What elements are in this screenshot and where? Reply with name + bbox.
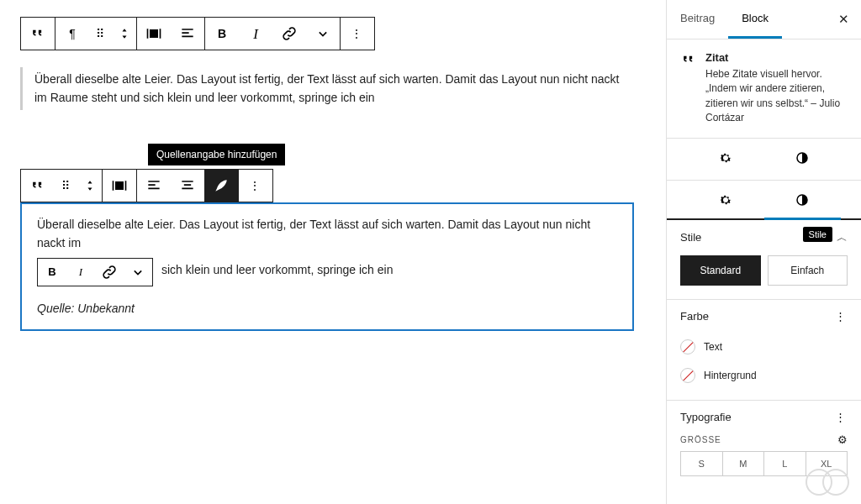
quote-text: Überall dieselbe alte Leier. Das Layout … [34, 72, 619, 104]
block-toolbar-2: ⠿ ⋮ [20, 169, 273, 202]
size-m[interactable]: M [723, 452, 765, 475]
typography-section-header[interactable]: Typografie ⋮ [667, 400, 861, 433]
sidebar-tabs: Beitrag Block ✕ [667, 0, 861, 39]
drag-handle[interactable]: ⠿ [89, 18, 113, 50]
color-section-header[interactable]: Farbe ⋮ [667, 299, 861, 333]
svg-rect-0 [150, 29, 158, 38]
size-l[interactable]: L [764, 452, 806, 475]
decorative-circles [806, 465, 853, 499]
quote-block-icon[interactable] [21, 18, 55, 50]
swatch-icon [680, 368, 695, 383]
style-standard[interactable]: Standard [680, 255, 761, 286]
pullquote-block[interactable]: Überall dieselbe alte Leier. Das Layout … [20, 202, 634, 331]
color-bg-label: Hintergrund [704, 370, 757, 381]
settings-style-toggle-2 [667, 181, 861, 220]
color-controls: Text Hintergrund [667, 333, 861, 400]
color-options-icon[interactable]: ⋮ [835, 310, 848, 323]
options-button[interactable]: ⋮ [341, 18, 374, 50]
more-formatting-button[interactable] [124, 259, 152, 286]
settings-gear-icon[interactable] [718, 150, 733, 168]
link-button[interactable] [95, 259, 124, 286]
block-type-description: Hebe Zitate visuell hervor. „Indem wir a… [705, 67, 848, 126]
pullquote-text-line2: sich klein und leer vorkommt, springe ic… [161, 261, 393, 280]
paragraph-menu-button[interactable]: ¶ [55, 18, 89, 50]
quote-block-1[interactable]: Überall dieselbe alte Leier. Das Layout … [20, 67, 626, 110]
tab-post[interactable]: Beitrag [667, 0, 728, 39]
color-label: Farbe [680, 310, 709, 323]
editor-canvas: ¶ ⠿ B I ⋮ Überall dieselbe alte Leier. D… [0, 0, 666, 504]
tab-block[interactable]: Block [728, 0, 782, 39]
size-settings-icon[interactable]: ⚙ [837, 433, 848, 446]
styles-contrast-icon[interactable] [795, 150, 810, 168]
styles-tooltip: Stile [803, 227, 832, 242]
move-arrows[interactable] [78, 170, 102, 202]
citation-tooltip: Quellenangabe hinzufügen [148, 144, 285, 165]
block-toolbar-1: ¶ ⠿ B I ⋮ [20, 17, 375, 50]
align-full-button[interactable] [103, 170, 136, 202]
settings-gear-icon[interactable] [687, 192, 764, 210]
pullquote-block-icon[interactable] [21, 170, 55, 202]
color-text[interactable]: Text [680, 333, 848, 361]
link-button[interactable] [272, 18, 306, 50]
style-variants: Standard Einfach [667, 255, 861, 299]
style-feather-button[interactable] [204, 170, 238, 202]
chevron-up-icon: ︿ [837, 231, 848, 244]
bold-button[interactable]: B [38, 259, 66, 286]
settings-sidebar: Beitrag Block ✕ Zitat Hebe Zitate visuel… [666, 0, 861, 504]
pullquote-block-wrap: Quellenangabe hinzufügen ⠿ ⋮ Überall die… [20, 169, 646, 331]
size-s[interactable]: S [681, 452, 723, 475]
block-description-panel: Zitat Hebe Zitate visuell hervor. „Indem… [667, 39, 861, 139]
align-left-button[interactable] [171, 18, 204, 50]
svg-rect-1 [115, 181, 124, 190]
styles-label: Stile [680, 231, 701, 244]
styles-section-header[interactable]: Stile Stile ︿ [667, 220, 861, 255]
drag-handle[interactable]: ⠿ [55, 170, 78, 202]
typography-label: Typografie [680, 411, 732, 423]
inline-format-toolbar: B I [37, 258, 153, 286]
quote-icon [680, 51, 697, 126]
swatch-icon [680, 339, 695, 354]
color-text-label: Text [704, 341, 722, 353]
italic-button[interactable]: I [66, 259, 95, 286]
align-center-button[interactable] [171, 170, 204, 202]
align-full-button[interactable] [137, 18, 171, 50]
pullquote-citation[interactable]: Quelle: Unbekannt [37, 300, 617, 318]
style-simple[interactable]: Einfach [768, 255, 848, 286]
settings-style-toggle-1 [667, 139, 861, 181]
pullquote-text-line1: Überall dieselbe alte Leier. Das Layout … [37, 216, 617, 252]
color-background[interactable]: Hintergrund [680, 361, 848, 390]
bold-button[interactable]: B [205, 18, 239, 50]
close-sidebar-button[interactable]: ✕ [827, 0, 861, 39]
block-type-name: Zitat [705, 51, 848, 64]
options-button[interactable]: ⋮ [239, 170, 272, 202]
move-arrows[interactable] [113, 18, 136, 50]
italic-button[interactable]: I [239, 18, 272, 50]
more-formatting-button[interactable] [306, 18, 340, 50]
styles-contrast-icon[interactable] [764, 192, 842, 210]
align-left-button[interactable] [137, 170, 171, 202]
typography-options-icon[interactable]: ⋮ [835, 411, 848, 423]
size-label: GRÖSSE [680, 435, 721, 444]
